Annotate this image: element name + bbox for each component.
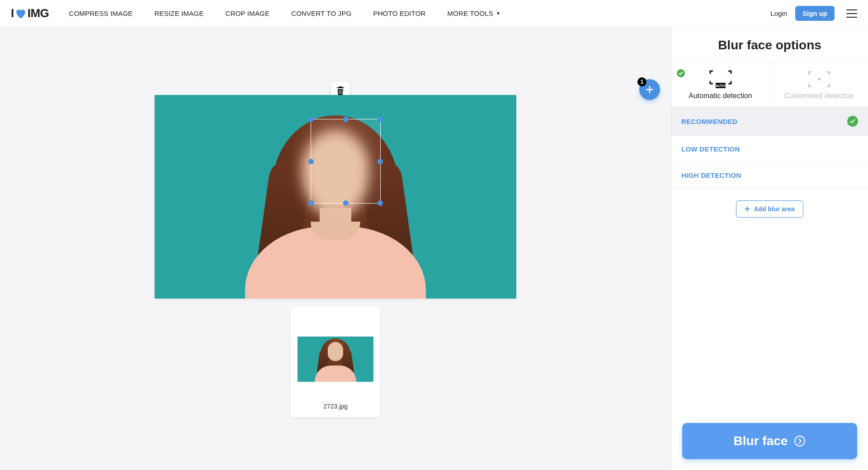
blur-face-button[interactable]: Blur face [682, 423, 857, 459]
resize-handle-br[interactable] [377, 200, 383, 206]
logo[interactable]: I IMG [11, 6, 49, 20]
resize-handle-ml[interactable] [308, 159, 314, 164]
tab-custom-detection[interactable]: Customised detection [769, 62, 868, 106]
add-image-button[interactable]: 1 [639, 79, 660, 100]
process-label: Blur face [734, 434, 788, 448]
nav-resize[interactable]: RESIZE IMAGE [155, 9, 204, 17]
header: I IMG COMPRESS IMAGE RESIZE IMAGE CROP I… [0, 0, 868, 27]
check-icon [847, 116, 858, 127]
image-count-badge: 1 [637, 77, 646, 86]
level-low-label: LOW DETECTION [681, 145, 740, 153]
blur-selection[interactable] [311, 119, 381, 204]
auto-detection-icon: AUTO [671, 70, 769, 88]
level-high-label: HIGH DETECTION [681, 171, 741, 179]
add-blur-area-button[interactable]: Add blur area [736, 200, 803, 218]
nav-convert[interactable]: CONVERT TO JPG [291, 9, 351, 17]
options-sidebar: Blur face options AUTO Automatic detecti… [671, 27, 868, 470]
logo-prefix: I [11, 6, 14, 20]
resize-handle-tr[interactable] [377, 117, 383, 122]
resize-handle-mr[interactable] [377, 159, 383, 164]
thumbnail-image [297, 337, 373, 382]
thumbnail-card[interactable]: 2723.jpg [291, 307, 380, 417]
arrow-right-circle-icon [794, 435, 806, 447]
level-high[interactable]: HIGH DETECTION [671, 162, 868, 189]
trash-icon [336, 86, 344, 95]
check-icon [677, 69, 685, 77]
sidebar-title: Blur face options [671, 27, 868, 62]
tab-automatic-detection[interactable]: AUTO Automatic detection [671, 62, 769, 106]
nav-compress[interactable]: COMPRESS IMAGE [69, 9, 132, 17]
thumbnail-filename: 2723.jpg [295, 403, 376, 410]
plus-icon [645, 85, 655, 95]
plus-icon [745, 206, 750, 212]
svg-text:AUTO: AUTO [715, 84, 726, 88]
signup-button[interactable]: Sign up [795, 6, 835, 21]
level-recommended-label: RECOMMENDED [681, 118, 737, 125]
level-recommended[interactable]: RECOMMENDED [671, 107, 868, 136]
resize-handle-tl[interactable] [308, 117, 314, 122]
canvas-area: 1 [0, 27, 671, 470]
chevron-down-icon: ▼ [496, 11, 500, 16]
tab-custom-label: Customised detection [784, 92, 854, 100]
tab-auto-label: Automatic detection [689, 92, 752, 100]
image-preview[interactable] [155, 95, 516, 299]
header-right: Login Sign up [770, 6, 857, 21]
resize-handle-bl[interactable] [308, 200, 314, 206]
svg-point-3 [795, 436, 805, 446]
nav-more[interactable]: MORE TOOLS▼ [448, 9, 501, 17]
login-link[interactable]: Login [770, 9, 787, 17]
svg-point-2 [818, 78, 821, 81]
logo-suffix: IMG [28, 6, 49, 20]
resize-handle-bc[interactable] [343, 200, 349, 206]
heart-icon [15, 8, 27, 19]
nav-crop[interactable]: CROP IMAGE [226, 9, 270, 17]
level-low[interactable]: LOW DETECTION [671, 136, 868, 162]
main-nav: COMPRESS IMAGE RESIZE IMAGE CROP IMAGE C… [69, 9, 770, 17]
add-blur-label: Add blur area [754, 205, 794, 213]
resize-handle-tc[interactable] [343, 117, 349, 122]
hamburger-menu-icon[interactable] [846, 9, 857, 18]
detection-tabs: AUTO Automatic detection Customised dete… [671, 62, 868, 107]
custom-detection-icon [770, 70, 868, 88]
nav-editor[interactable]: PHOTO EDITOR [373, 9, 426, 17]
